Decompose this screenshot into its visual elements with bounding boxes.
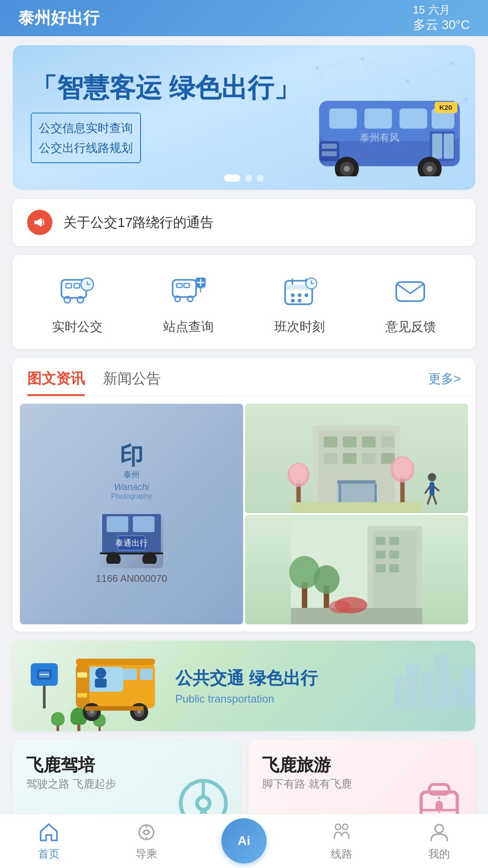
svg-point-66 (291, 299, 295, 302)
notice-icon (27, 210, 52, 235)
tab-more-button[interactable]: 更多> (428, 370, 461, 395)
route-icon (331, 821, 352, 843)
bottom-nav: 首页 导乘 周边 (0, 814, 488, 868)
banner-subtitle-2: 公交出行线路规划 (39, 138, 133, 158)
dot-2[interactable] (245, 175, 252, 182)
svg-rect-86 (324, 453, 337, 464)
svg-point-34 (344, 166, 350, 172)
svg-point-139 (137, 710, 141, 714)
menu-item-feedback[interactable]: 意见反馈 (385, 273, 436, 335)
svg-rect-111 (389, 537, 399, 545)
dot-1[interactable] (224, 175, 240, 182)
svg-point-136 (90, 710, 94, 714)
svg-point-64 (298, 293, 301, 297)
home-icon (38, 821, 60, 843)
svg-rect-115 (389, 564, 399, 572)
banner-title: 「智慧客运 绿色出行」 (31, 72, 457, 104)
month: 六月 (428, 3, 450, 17)
svg-rect-141 (123, 669, 137, 680)
svg-rect-88 (362, 453, 375, 464)
svg-rect-114 (375, 564, 385, 572)
svg-line-103 (425, 487, 429, 493)
megaphone-icon (33, 215, 47, 230)
nav-item-home[interactable]: 首页 (29, 817, 69, 866)
menu-label-schedule: 班次时刻 (274, 318, 325, 335)
svg-point-161 (335, 824, 341, 830)
svg-rect-71 (396, 282, 424, 301)
svg-rect-84 (362, 437, 375, 448)
svg-rect-73 (107, 516, 128, 532)
svg-rect-112 (375, 551, 385, 559)
banner-container: 「智慧客运 绿色出行」 公交信息实时查询 公交出行线路规划 (0, 36, 488, 199)
svg-rect-42 (66, 283, 71, 288)
svg-line-105 (428, 495, 431, 504)
svg-rect-82 (324, 437, 337, 448)
banner2[interactable]: 公共交通 绿色出行 Public transportation (13, 641, 475, 731)
svg-point-67 (298, 299, 301, 302)
weather: 多云 30°C (413, 17, 470, 33)
tab-news-announcement[interactable]: 新闻公告 (103, 369, 161, 396)
banner2-sub: Public transportation (175, 693, 457, 705)
news-cell-left[interactable]: 印 泰州 Wanachi Photography 泰通出行 (20, 404, 243, 624)
banner2-text-area: 公共交通 绿色出行 Public transportation (175, 667, 457, 705)
notice-text: 关于公交17路绕行的通告 (63, 213, 214, 232)
nav-item-route[interactable]: 线路 (322, 817, 361, 866)
svg-rect-79 (100, 552, 163, 554)
svg-point-37 (427, 166, 432, 172)
svg-rect-140 (76, 659, 155, 665)
menu-item-realtime-bus[interactable]: 实时公交 (52, 273, 103, 335)
nav-label-home: 首页 (38, 847, 60, 861)
quick-menu: 实时公交 站点查询 (13, 255, 475, 349)
svg-point-145 (197, 797, 210, 810)
banner-subtitle-box: 公交信息实时查询 公交出行线路规划 (31, 113, 141, 163)
svg-rect-100 (375, 484, 377, 502)
date: 15 (413, 3, 425, 17)
menu-item-schedule[interactable]: 班次时刻 (274, 273, 325, 335)
tabs-section: 图文资讯 新闻公告 更多> 印 泰州 Wanachi Photography (13, 358, 475, 632)
travel-card-title: 飞鹿旅游 (262, 754, 462, 777)
svg-point-163 (435, 825, 443, 833)
guide-icon (136, 821, 157, 843)
banner-dots (224, 175, 264, 182)
hero-banner[interactable]: 「智慧客运 绿色出行」 公交信息实时查询 公交出行线路规划 (13, 45, 475, 190)
tab-news-image[interactable]: 图文资讯 (27, 369, 85, 396)
menu-label-realtime-bus: 实时公交 (52, 318, 103, 335)
banner2-bus-icon (71, 650, 162, 722)
status-bar: 泰州好出行 15 六月 多云 30°C (0, 0, 488, 36)
menu-item-stop-query[interactable]: 站点查询 (163, 273, 214, 335)
nav-label-profile: 我的 (428, 847, 450, 861)
svg-line-104 (434, 487, 438, 491)
svg-point-65 (305, 293, 308, 297)
svg-point-63 (291, 293, 295, 297)
driving-card-title: 飞鹿驾培 (26, 754, 226, 777)
ai-badge[interactable]: Ai (221, 818, 267, 863)
svg-rect-131 (76, 663, 89, 708)
svg-rect-130 (95, 679, 107, 688)
nav-item-guide[interactable]: 导乘 (127, 817, 166, 866)
news-cell-bottom-right[interactable] (245, 515, 468, 624)
svg-rect-50 (177, 283, 182, 288)
svg-rect-97 (338, 483, 376, 502)
svg-rect-98 (338, 480, 376, 483)
dot-3[interactable] (257, 175, 264, 182)
schedule-icon (279, 273, 320, 309)
notice-bar[interactable]: 关于公交17路绕行的通告 (13, 199, 475, 246)
nav-item-profile[interactable]: 我的 (419, 817, 459, 866)
banner2-container: 公共交通 绿色出行 Public transportation (13, 641, 475, 731)
menu-label-feedback: 意见反馈 (385, 318, 436, 335)
news-cell-top-right[interactable] (245, 404, 468, 513)
banner2-title: 公共交通 绿色出行 (175, 667, 457, 690)
svg-rect-43 (74, 283, 80, 288)
svg-rect-49 (173, 280, 196, 297)
feedback-icon (390, 273, 431, 309)
bus-clock-icon (57, 273, 98, 309)
svg-rect-110 (375, 537, 385, 545)
svg-point-92 (290, 464, 307, 484)
svg-point-101 (428, 473, 436, 481)
menu-label-stop-query: 站点查询 (163, 318, 214, 335)
svg-line-11 (317, 59, 362, 68)
svg-rect-132 (77, 672, 87, 678)
svg-rect-85 (381, 437, 394, 448)
svg-rect-133 (77, 693, 87, 698)
svg-line-106 (433, 495, 436, 504)
